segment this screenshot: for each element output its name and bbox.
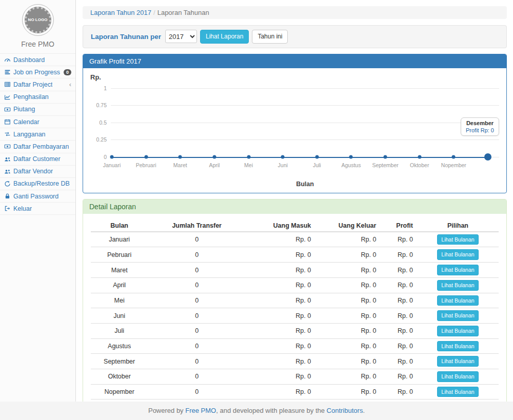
cell-uang-keluar: Rp. 0 [315, 384, 380, 399]
cell-uang-keluar: Rp. 0 [315, 354, 380, 369]
lihat-bulanan-button-juli[interactable]: Lihat Bulanan [437, 326, 478, 336]
sidebar-item-daftar-vendor[interactable]: Daftar Vendor [0, 166, 75, 178]
data-point-april[interactable] [212, 155, 216, 158]
table-row-maret: Maret0Rp. 0Rp. 0Rp. 0Lihat Bulanan [91, 263, 499, 278]
y-tick-label: 0.25 [90, 136, 107, 143]
cell-jumlah-transfer: 0 [148, 369, 246, 384]
tahun-ini-button[interactable]: Tahun ini [252, 30, 288, 44]
sidebar-item-ganti-password[interactable]: Ganti Password [0, 190, 75, 203]
cell-uang-masuk: Rp. 0 [246, 354, 315, 369]
chart-plot-area: 10.750.50.250JanuariPebruariMaretAprilMe… [90, 82, 499, 173]
contributors-link[interactable]: Contributors [327, 407, 363, 414]
sidebar-item-dashboard[interactable]: Dashboard [0, 54, 75, 66]
data-point-januari[interactable] [110, 155, 114, 158]
lihat-bulanan-button-maret[interactable]: Lihat Bulanan [437, 265, 478, 275]
y-tick-label: 0.5 [90, 119, 107, 126]
data-point-september[interactable] [384, 155, 387, 158]
page-footer: Powered by Free PMO, and developed with … [0, 402, 513, 420]
free-pmo-link[interactable]: Free PMO [185, 407, 216, 414]
data-point-pebruari[interactable] [144, 155, 148, 158]
cell-uang-keluar: Rp. 0 [315, 247, 380, 263]
cell-uang-keluar: Rp. 0 [315, 308, 380, 324]
cell-uang-keluar: Rp. 0 [315, 369, 380, 384]
data-point-maret[interactable] [179, 155, 182, 158]
lihat-bulanan-button-mei[interactable]: Lihat Bulanan [437, 295, 478, 306]
cell-uang-masuk: Rp. 0 [246, 338, 315, 354]
sidebar-item-piutang[interactable]: Piutang [0, 104, 75, 116]
profit-chart: Rp. 10.750.50.250JanuariPebruariMaretApr… [83, 68, 506, 193]
cell-uang-keluar: Rp. 0 [315, 277, 380, 293]
table-row-april: April0Rp. 0Rp. 0Rp. 0Lihat Bulanan [91, 277, 499, 293]
breadcrumb-link-laporan-tahun[interactable]: Laporan Tahun 2017 [90, 9, 151, 16]
sidebar-item-keluar[interactable]: Keluar [0, 203, 75, 215]
lihat-laporan-button[interactable]: Lihat Laporan [200, 30, 249, 44]
sidebar-item-penghasilan[interactable]: Penghasilan [0, 91, 75, 104]
cell-uang-keluar: Rp. 0 [315, 263, 380, 278]
cell-jumlah-transfer: 0 [148, 323, 246, 338]
breadcrumb-separator: / [153, 9, 155, 16]
data-point-oktober[interactable] [418, 155, 421, 158]
cell-pilihan: Lihat Bulanan [417, 277, 499, 293]
logo-ring: NO LOGO [22, 4, 54, 36]
lihat-bulanan-button-september[interactable]: Lihat Bulanan [437, 356, 478, 367]
chart-panel-title: Grafik Profit 2017 [83, 54, 506, 68]
gridline [111, 123, 499, 123]
data-point-juli[interactable] [315, 155, 319, 158]
data-point-juni[interactable] [281, 155, 285, 158]
cell-profit: Rp. 0 [380, 354, 417, 369]
table-row-juni: Juni0Rp. 0Rp. 0Rp. 0Lihat Bulanan [91, 308, 499, 324]
cell-jumlah-transfer: 0 [148, 263, 246, 278]
cell-pilihan: Lihat Bulanan [417, 338, 499, 354]
data-point-agustus[interactable] [349, 155, 353, 158]
cell-uang-masuk: Rp. 0 [246, 293, 315, 308]
lihat-bulanan-button-nopember[interactable]: Lihat Bulanan [437, 387, 478, 397]
data-point-mei[interactable] [247, 155, 250, 158]
breadcrumb-current: Laporan Tahunan [157, 9, 209, 16]
cell-pilihan: Lihat Bulanan [417, 293, 499, 308]
lihat-bulanan-button-pebruari[interactable]: Lihat Bulanan [437, 249, 478, 260]
year-select[interactable]: 2017 [165, 30, 197, 43]
tooltip-value: Profit Rp: 0 [466, 127, 494, 133]
cell-jumlah-transfer: 0 [148, 293, 246, 308]
cell-uang-keluar: Rp. 0 [315, 338, 380, 354]
col-header-masuk: Uang Masuk [246, 220, 315, 232]
lihat-bulanan-button-april[interactable]: Lihat Bulanan [437, 280, 478, 291]
cell-bulan: Juli [91, 323, 148, 338]
lihat-bulanan-button-januari[interactable]: Lihat Bulanan [437, 234, 478, 245]
sidebar-item-daftar-project[interactable]: Daftar Project‹ [0, 78, 75, 91]
gridline [111, 105, 499, 106]
sidebar-item-label: Calendar [13, 118, 40, 126]
table-row-oktober: Oktober0Rp. 0Rp. 0Rp. 0Lihat Bulanan [91, 369, 499, 384]
data-point-nopember[interactable] [452, 155, 456, 158]
y-tick-label: 1 [90, 85, 107, 91]
calendar-icon [4, 118, 11, 125]
sidebar-item-job-on-progress[interactable]: Job on Progress0 [0, 66, 75, 78]
data-point-desember[interactable] [484, 153, 491, 161]
sidebar-item-daftar-customer[interactable]: Daftar Customer [0, 153, 75, 166]
lihat-bulanan-button-oktober[interactable]: Lihat Bulanan [437, 371, 478, 382]
sidebar-item-backup-restore-db[interactable]: Backup/Restore DB [0, 178, 75, 190]
lihat-bulanan-button-juni[interactable]: Lihat Bulanan [437, 310, 478, 321]
sidebar-item-langganan[interactable]: Langganan [0, 128, 75, 141]
detail-laporan-panel: Detail Laporan Bulan Jumlah Transfer Uan… [83, 199, 507, 420]
cell-profit: Rp. 0 [380, 277, 417, 293]
cell-uang-masuk: Rp. 0 [246, 384, 315, 399]
sign-out-icon [4, 205, 11, 212]
cell-jumlah-transfer: 0 [148, 354, 246, 369]
sidebar-item-label: Daftar Project [13, 81, 52, 88]
sidebar-item-label: Piutang [13, 106, 35, 113]
sidebar-item-label: Daftar Vendor [13, 168, 53, 175]
table-body: Januari0Rp. 0Rp. 0Rp. 0Lihat BulananPebr… [91, 232, 499, 420]
cell-uang-masuk: Rp. 0 [246, 308, 315, 324]
cell-profit: Rp. 0 [380, 293, 417, 308]
sidebar-item-calendar[interactable]: Calendar [0, 116, 75, 128]
cell-pilihan: Lihat Bulanan [417, 308, 499, 324]
lihat-bulanan-button-agustus[interactable]: Lihat Bulanan [437, 341, 478, 352]
cell-profit: Rp. 0 [380, 338, 417, 354]
line-chart-icon [4, 94, 11, 101]
x-tick-label: Juli [313, 162, 321, 168]
cell-uang-masuk: Rp. 0 [246, 247, 315, 263]
chevron-left-icon: ‹ [69, 81, 71, 88]
sidebar-item-daftar-pembayaran[interactable]: Daftar Pembayaran [0, 141, 75, 153]
cell-jumlah-transfer: 0 [148, 384, 246, 399]
